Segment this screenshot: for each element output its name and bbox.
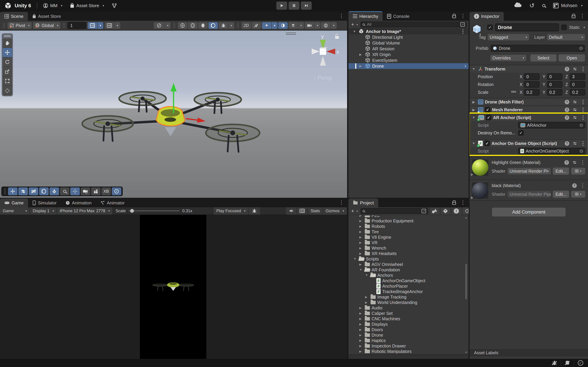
foldout-icon[interactable] bbox=[359, 64, 365, 68]
overlay-properties-button[interactable] bbox=[18, 187, 28, 195]
scene-panel-kebab-icon[interactable]: ⋮ bbox=[339, 13, 344, 18]
gizmos-caret[interactable]: ▾ bbox=[331, 22, 337, 29]
scene-lighting-toggle[interactable] bbox=[252, 22, 261, 29]
overrides-dropdown[interactable]: Overrides▾ bbox=[490, 55, 526, 61]
project-row[interactable]: # Displays bbox=[348, 321, 468, 327]
lock-icon[interactable] bbox=[452, 202, 456, 205]
pick-icon[interactable]: ⊙ bbox=[579, 148, 583, 154]
project-add-button[interactable]: +▾ bbox=[350, 208, 359, 214]
kebab-icon[interactable]: ⋮ bbox=[580, 67, 586, 72]
overlay-xb-button[interactable]: XB bbox=[101, 187, 111, 195]
toolbar-grip[interactable] bbox=[3, 23, 5, 28]
toolbar-grip[interactable] bbox=[63, 23, 65, 28]
shader-dropdown[interactable]: Universal Render Pipe▾ bbox=[508, 191, 551, 197]
rotate-tool-button[interactable] bbox=[3, 58, 12, 67]
move-tool-button[interactable] bbox=[3, 48, 12, 58]
scale-slider[interactable] bbox=[129, 210, 180, 211]
display-dropdown[interactable]: Display 1▾ bbox=[30, 207, 57, 215]
kebab-icon[interactable]: ⋮ bbox=[580, 141, 586, 146]
chevron-down-icon[interactable]: ▾ bbox=[479, 33, 481, 36]
scale-tool-button[interactable] bbox=[3, 67, 12, 76]
ar-anchor-header[interactable]: ▼ + ✓ AR Anchor (Script) ? ⋮ bbox=[470, 114, 588, 121]
project-row[interactable]: # AGV Omniwheel bbox=[348, 262, 468, 267]
project-row[interactable]: # Anchors bbox=[348, 273, 468, 278]
project-row[interactable]: # Tire bbox=[348, 229, 468, 234]
material-preview[interactable] bbox=[472, 159, 488, 176]
project-row[interactable]: # V8 Engine bbox=[348, 234, 468, 240]
tab-console[interactable]: Console bbox=[383, 12, 414, 21]
help-icon[interactable]: ? bbox=[565, 115, 569, 120]
foldout-icon[interactable] bbox=[365, 274, 371, 277]
foldout-icon[interactable] bbox=[359, 323, 365, 326]
tab-animation[interactable]: Animation bbox=[61, 199, 96, 207]
foldout-icon[interactable] bbox=[359, 225, 365, 228]
scale-y-field[interactable]: 0.2 bbox=[547, 89, 562, 95]
project-row[interactable]: # XR Headsets bbox=[348, 251, 468, 256]
tab-inspector[interactable]: i Inspector bbox=[470, 12, 504, 21]
snap-increment-field[interactable]: 1 bbox=[68, 22, 86, 29]
kebab-icon[interactable]: ⋮ bbox=[580, 160, 585, 165]
foldout-icon[interactable] bbox=[365, 301, 371, 304]
toggle-2d-button[interactable]: 2D bbox=[242, 22, 251, 29]
material-preview[interactable] bbox=[472, 183, 488, 199]
shader-dropdown[interactable]: Universal Render Pipe▾ bbox=[508, 168, 551, 174]
add-component-button[interactable]: Add Component bbox=[492, 208, 566, 217]
layer-dropdown[interactable]: Default▾ bbox=[547, 34, 585, 41]
destroy-checkbox[interactable]: ✓ bbox=[518, 130, 524, 136]
foldout-icon[interactable] bbox=[359, 235, 365, 239]
foldout-icon[interactable] bbox=[359, 268, 365, 272]
lock-icon[interactable] bbox=[572, 16, 575, 18]
tab-project[interactable]: Project bbox=[348, 199, 378, 207]
foldout-icon[interactable] bbox=[359, 263, 365, 266]
cache-server-disabled-icon[interactable] bbox=[565, 360, 570, 366]
hierarchy-add-button[interactable]: +▾ bbox=[350, 22, 359, 27]
mesh-renderer-header[interactable]: ▶ ✓ Mesh Renderer ? ⋮ bbox=[470, 106, 588, 114]
foldout-icon[interactable]: ▼ bbox=[471, 67, 476, 71]
gizmo-x-cone[interactable] bbox=[326, 49, 335, 54]
splitter[interactable] bbox=[347, 11, 348, 359]
foldout-icon[interactable]: ▼ bbox=[471, 116, 476, 119]
mesh-renderer-checkbox[interactable]: ✓ bbox=[485, 107, 490, 112]
lock-icon[interactable] bbox=[452, 16, 456, 18]
preset-icon[interactable] bbox=[573, 108, 577, 112]
hierarchy-search-input[interactable] bbox=[366, 22, 459, 27]
project-row[interactable]: # AnchorOnGameObject bbox=[348, 278, 468, 284]
static-checkbox[interactable] bbox=[561, 25, 567, 30]
expand-search-icon[interactable]: ↗ bbox=[460, 22, 465, 27]
scale-z-field[interactable]: 0.2 bbox=[570, 89, 585, 95]
search-importlog-button[interactable]: ! bbox=[451, 208, 461, 214]
overlay-transform-button[interactable] bbox=[70, 187, 80, 195]
project-row[interactable]: # TrackedImageAnchor bbox=[348, 289, 468, 294]
tab-game[interactable]: Game bbox=[0, 199, 28, 207]
project-row[interactable]: # Production Equipment bbox=[348, 218, 468, 224]
foldout-icon[interactable]: ▶ bbox=[471, 108, 476, 112]
project-row[interactable]: # AnchorPlacer bbox=[348, 284, 468, 289]
mute-audio-button[interactable] bbox=[286, 207, 297, 215]
anchor-on-go-checkbox[interactable]: ✓ bbox=[484, 141, 490, 146]
play-button[interactable] bbox=[276, 1, 287, 10]
material-list-button[interactable]: ▾ bbox=[571, 168, 585, 175]
orientation-gizmo[interactable]: y x ‹Persp bbox=[310, 32, 342, 71]
edit-shader-button[interactable]: Edit... bbox=[553, 167, 569, 175]
foldout-icon[interactable] bbox=[359, 339, 365, 342]
version-control-button[interactable] bbox=[112, 3, 117, 8]
splitter[interactable] bbox=[468, 11, 470, 359]
foldout-icon[interactable] bbox=[359, 350, 365, 353]
foldout-icon[interactable] bbox=[359, 328, 365, 332]
foldout-icon[interactable] bbox=[359, 317, 365, 321]
help-icon[interactable]: ? bbox=[565, 141, 569, 146]
scale-slider-knob[interactable] bbox=[130, 209, 134, 213]
help-icon[interactable]: ? bbox=[565, 108, 569, 112]
preset-icon[interactable] bbox=[573, 100, 577, 104]
scene-audio-caret[interactable]: ▾ bbox=[272, 22, 277, 29]
scale-x-field[interactable]: 0.2 bbox=[524, 89, 539, 95]
view-tool-button[interactable] bbox=[3, 38, 12, 48]
preset-icon[interactable] bbox=[572, 160, 577, 165]
hierarchy-row[interactable]: Anchor to Image* ⋮ › bbox=[348, 29, 468, 34]
tab-animator[interactable]: Animator bbox=[96, 199, 129, 207]
overlay-grid-button[interactable] bbox=[29, 187, 38, 195]
help-icon[interactable]: ? bbox=[572, 183, 577, 188]
vsync-button[interactable] bbox=[297, 207, 308, 215]
shading-wireframe-button[interactable] bbox=[178, 22, 187, 29]
overlay-camera-button[interactable] bbox=[81, 187, 90, 195]
